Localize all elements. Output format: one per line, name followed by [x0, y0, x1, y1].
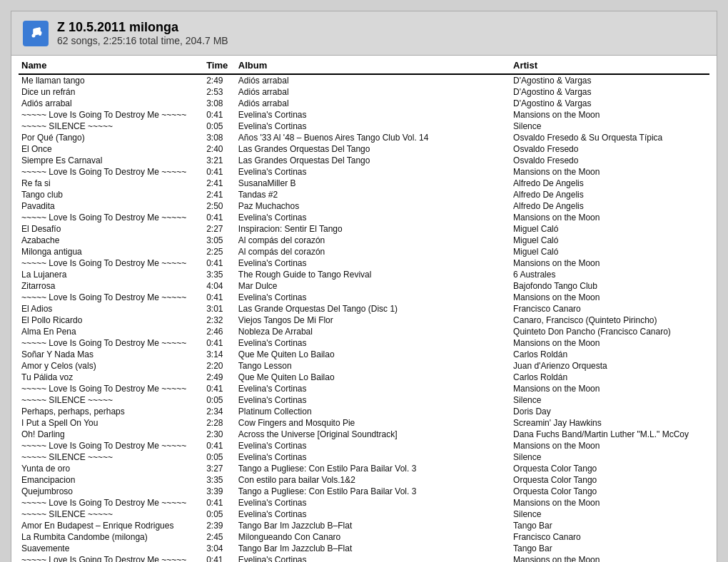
song-time: 2:28 [203, 417, 236, 429]
song-artist: Francisco Canaro [510, 303, 709, 315]
table-row: ~~~~~ Love Is Going To Destroy Me ~~~~~0… [19, 337, 709, 349]
song-album: Al compás del corazón [236, 235, 510, 246]
song-artist: Osvaldo Fresedo & Su Orquesta Típica [510, 132, 709, 143]
song-artist: Carlos Roldán [510, 349, 709, 360]
table-row: Dice un refrán2:53Adiós arrabalD'Agostin… [19, 86, 709, 98]
song-album: Tandas #2 [236, 189, 510, 200]
song-time: 2:39 [203, 520, 236, 531]
song-album: Al compás del corazón [236, 246, 510, 257]
table-row: ~~~~~ SILENCE ~~~~~0:05Evelina's Cortina… [19, 121, 709, 132]
song-album: Evelina's Cortinas [236, 497, 510, 509]
song-name: ~~~~~ Love Is Going To Destroy Me ~~~~~ [19, 497, 203, 509]
song-name: ~~~~~ Love Is Going To Destroy Me ~~~~~ [19, 257, 203, 269]
song-name: Siempre Es Carnaval [19, 155, 203, 166]
song-album: Platinum Collection [236, 406, 510, 417]
song-name: Oh! Darling [19, 429, 203, 440]
song-artist: Orquesta Color Tango [510, 486, 709, 497]
table-row: Soñar Y Nada Mas3:14Que Me Quiten Lo Bai… [19, 349, 709, 360]
song-artist: D'Agostino & Vargas [510, 86, 709, 98]
table-row: ~~~~~ Love Is Going To Destroy Me ~~~~~0… [19, 440, 709, 451]
song-name: Amor y Celos (vals) [19, 360, 203, 372]
song-artist: Silence [510, 509, 709, 520]
song-name: El Adios [19, 303, 203, 315]
song-album: Evelina's Cortinas [236, 383, 510, 394]
song-time: 3:27 [203, 463, 236, 474]
table-container: Name Time Album Artist Me llaman tango2:… [11, 56, 717, 562]
song-name: ~~~~~ SILENCE ~~~~~ [19, 121, 203, 132]
table-row: ~~~~~ Love Is Going To Destroy Me ~~~~~0… [19, 497, 709, 509]
song-name: Zitarrosa [19, 280, 203, 292]
table-row: Por Qué (Tango)3:08Años '33 Al '48 – Bue… [19, 132, 709, 143]
song-album: Evelina's Cortinas [236, 292, 510, 303]
song-artist: Mansions on the Moon [510, 257, 709, 269]
song-artist: Juan d'Arienzo Orquesta [510, 360, 709, 372]
table-row: ~~~~~ Love Is Going To Destroy Me ~~~~~0… [19, 109, 709, 121]
song-artist: Alfredo De Angelis [510, 189, 709, 200]
song-artist: Francisco Canaro [510, 531, 709, 543]
song-name: Tango club [19, 189, 203, 200]
song-time: 2:34 [203, 406, 236, 417]
song-artist: Silence [510, 121, 709, 132]
song-time: 2:25 [203, 246, 236, 257]
song-time: 3:08 [203, 132, 236, 143]
song-artist: Carlos Roldán [510, 372, 709, 383]
song-album: Paz Muchachos [236, 200, 510, 212]
song-album: Adiós arrabal [236, 86, 510, 98]
song-album: The Rough Guide to Tango Revival [236, 269, 510, 280]
table-row: ~~~~~ Love Is Going To Destroy Me ~~~~~0… [19, 292, 709, 303]
song-time: 4:04 [203, 280, 236, 292]
song-time: 0:05 [203, 394, 236, 406]
song-name: ~~~~~ SILENCE ~~~~~ [19, 394, 203, 406]
song-album: Evelina's Cortinas [236, 451, 510, 463]
song-name: ~~~~~ Love Is Going To Destroy Me ~~~~~ [19, 554, 203, 562]
song-time: 2:30 [203, 429, 236, 440]
song-album: Evelina's Cortinas [236, 554, 510, 562]
song-name: Me llaman tango [19, 74, 203, 86]
song-name: Azabache [19, 235, 203, 246]
song-album: Las Grandes Orquestas Del Tango [236, 155, 510, 166]
song-name: ~~~~~ SILENCE ~~~~~ [19, 509, 203, 520]
song-time: 2:40 [203, 143, 236, 155]
table-row: Siempre Es Carnaval3:21Las Grandes Orque… [19, 155, 709, 166]
song-time: 0:41 [203, 212, 236, 223]
song-name: Pavadita [19, 200, 203, 212]
table-row: El Once2:40Las Grandes Orquestas Del Tan… [19, 143, 709, 155]
song-album: Inspiracion: Sentir El Tango [236, 223, 510, 235]
song-album: Tango Bar Im Jazzclub B–Flat [236, 543, 510, 554]
svg-point-4 [39, 33, 41, 36]
song-artist: Mansions on the Moon [510, 383, 709, 394]
song-artist: Miguel Caló [510, 246, 709, 257]
song-name: ~~~~~ Love Is Going To Destroy Me ~~~~~ [19, 109, 203, 121]
song-time: 3:21 [203, 155, 236, 166]
song-album: Viejos Tangos De Mi Flor [236, 315, 510, 326]
song-album: Tango Lesson [236, 360, 510, 372]
song-name: I Put a Spell On You [19, 417, 203, 429]
table-row: El Desafío2:27Inspiracion: Sentir El Tan… [19, 223, 709, 235]
table-row: El Adios3:01Las Grande Orquestas Del Tan… [19, 303, 709, 315]
table-row: Suavemente3:04Tango Bar Im Jazzclub B–Fl… [19, 543, 709, 554]
table-row: ~~~~~ SILENCE ~~~~~0:05Evelina's Cortina… [19, 509, 709, 520]
song-name: ~~~~~ Love Is Going To Destroy Me ~~~~~ [19, 440, 203, 451]
song-name: Soñar Y Nada Mas [19, 349, 203, 360]
song-name: ~~~~~ Love Is Going To Destroy Me ~~~~~ [19, 166, 203, 178]
song-artist: D'Agostino & Vargas [510, 98, 709, 109]
song-time: 2:50 [203, 200, 236, 212]
song-time: 3:35 [203, 269, 236, 280]
table-row: Tu Pálida voz2:49Que Me Quiten Lo Bailao… [19, 372, 709, 383]
song-time: 0:41 [203, 554, 236, 562]
table-row: Zitarrosa4:04Mar DulceBajofondo Tango Cl… [19, 280, 709, 292]
song-album: Cow Fingers and Mosquito Pie [236, 417, 510, 429]
song-time: 2:45 [203, 531, 236, 543]
song-name: El Once [19, 143, 203, 155]
song-artist: Canaro, Francisco (Quinteto Pirincho) [510, 315, 709, 326]
song-name: Quejumbroso [19, 486, 203, 497]
song-name: Por Qué (Tango) [19, 132, 203, 143]
song-artist: Quinteto Don Pancho (Francisco Canaro) [510, 326, 709, 337]
table-row: Perhaps, perhaps, perhaps2:34Platinum Co… [19, 406, 709, 417]
song-album: Evelina's Cortinas [236, 166, 510, 178]
table-row: ~~~~~ SILENCE ~~~~~0:05Evelina's Cortina… [19, 451, 709, 463]
song-album: Evelina's Cortinas [236, 440, 510, 451]
song-time: 0:41 [203, 109, 236, 121]
song-name: Emancipacion [19, 474, 203, 486]
song-album: Años '33 Al '48 – Buenos Aires Tango Clu… [236, 132, 510, 143]
